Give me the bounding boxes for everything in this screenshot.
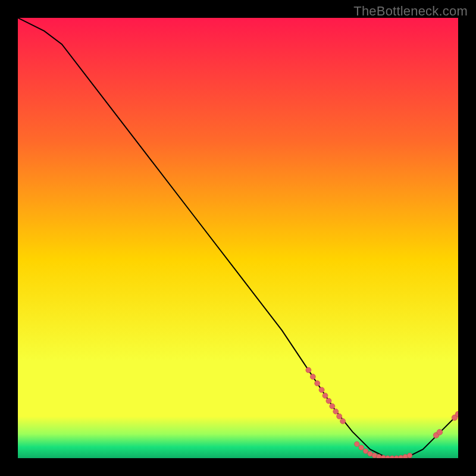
- data-point: [359, 445, 364, 450]
- data-point: [372, 453, 377, 458]
- plot-area: [18, 18, 458, 458]
- data-point: [333, 409, 339, 414]
- data-point: [407, 453, 412, 458]
- data-point: [330, 403, 335, 409]
- data-point: [437, 430, 443, 436]
- data-point: [322, 393, 328, 398]
- data-point: [355, 441, 359, 446]
- data-point: [363, 449, 368, 453]
- data-point: [306, 368, 311, 373]
- data-point: [315, 381, 320, 386]
- watermark-text: TheBottleneck.com: [353, 4, 468, 19]
- data-point: [337, 414, 342, 419]
- chart-stage: TheBottleneck.com: [0, 0, 476, 476]
- data-point: [340, 418, 346, 424]
- gradient-background: [18, 18, 458, 458]
- data-point: [403, 455, 408, 458]
- data-point: [310, 374, 315, 380]
- data-point: [326, 398, 331, 403]
- data-point: [319, 387, 324, 393]
- chart-svg: [18, 18, 458, 458]
